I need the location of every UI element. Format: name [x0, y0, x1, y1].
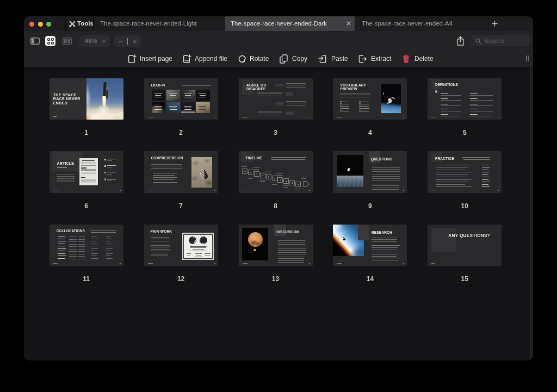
svg-text:PDF: PDF: [184, 59, 189, 62]
